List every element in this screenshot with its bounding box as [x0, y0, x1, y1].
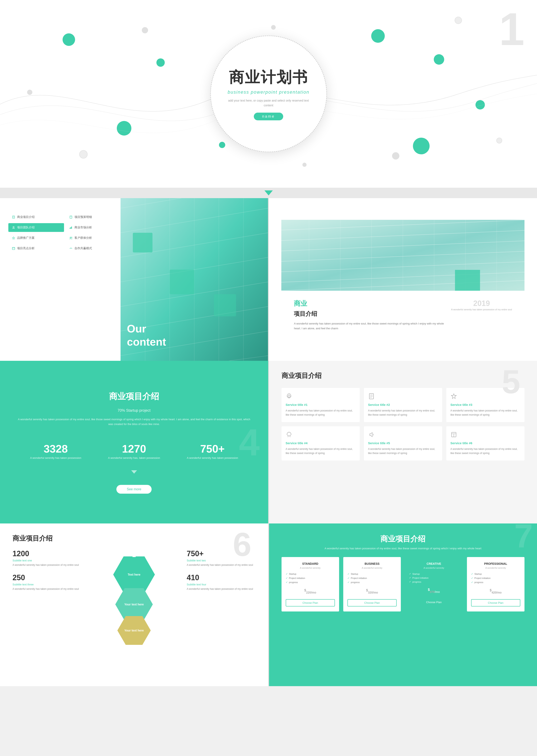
svg-rect-31	[170, 270, 194, 294]
svg-rect-12	[12, 247, 15, 250]
plan-feature-1-2: ✓ Project initiation	[286, 577, 335, 579]
plan-feature-4-1: ✓ Startup	[471, 572, 520, 575]
hex-text-1: Text here	[128, 573, 140, 576]
per-4: /mo	[497, 591, 502, 594]
dot-white-2	[455, 17, 462, 24]
slide3-green-tag: 商业	[294, 299, 445, 308]
stat-item-1: 3328 A wonderful serenity has taken poss…	[30, 443, 81, 460]
stat-left-2: 250 Subtitle text three A wonderful sere…	[13, 573, 81, 591]
plan-price-4: $420/mo	[490, 588, 502, 595]
hex-1: Text here	[113, 556, 155, 593]
stat-left-1: 1200 Subtitle text one A wonderful seren…	[13, 549, 81, 567]
group-icon	[12, 226, 16, 230]
plan-feature-2-2: ✓ Project initiation	[348, 577, 397, 579]
slide3-content: 商业 项目介绍 A wonderful serenity has taken p…	[281, 291, 524, 339]
slide4-stats: 3328 A wonderful serenity has taken poss…	[17, 443, 252, 460]
menu-item-6[interactable]: 客户群体分析	[66, 233, 121, 242]
slide3-body: A wonderful serenity has taken possessio…	[294, 321, 445, 331]
title-chinese: 商业计划书	[229, 67, 308, 87]
price-num-1: 220	[306, 591, 311, 594]
svg-rect-32	[214, 294, 236, 316]
check-icon-4: ✓	[348, 572, 350, 575]
stat-right-num-2: 410	[186, 573, 256, 582]
chart-icon	[69, 226, 73, 230]
slide-6: 商业项目介绍 6 1200 Subtitle text one A wonder…	[0, 524, 268, 686]
row-3: 4 商业项目介绍 70% Startup project A wonderful…	[0, 361, 537, 524]
plan-feature-3-3: ✓ progress	[409, 580, 458, 583]
menu-label-7: 项目亮点分析	[17, 246, 35, 250]
stat-number-3: 750+	[187, 443, 238, 454]
slide5-title: 商业项目介绍	[281, 371, 322, 380]
slide4-subtitle: 70% Startup project	[17, 408, 252, 413]
currency-1: $	[304, 589, 306, 592]
svg-rect-0	[13, 216, 15, 218]
menu-item-8[interactable]: 合作共赢模式	[66, 244, 121, 253]
chevron-down-icon	[131, 470, 137, 474]
menu-item-4[interactable]: 商业市场分析	[66, 223, 121, 232]
title-circle: 商业计划书 business powerpoint presentation a…	[210, 35, 327, 152]
trophy-icon	[130, 549, 138, 558]
doc-icon-1	[12, 215, 16, 219]
slide-7: 7 商业项目介绍 A wonderful serenity has taken …	[269, 524, 537, 686]
service-body-6: A wonderful serenity has taken possessio…	[450, 447, 520, 455]
feature-label-2-3: progress	[351, 581, 360, 583]
menu-item-2[interactable]: 项目预算明细	[66, 213, 121, 222]
megaphone-icon-service	[368, 431, 376, 439]
slide3-year: 2019 A wonderful serenity has taken poss…	[451, 299, 512, 312]
choose-plan-button-3[interactable]: Choose Plan	[409, 599, 458, 606]
doc-icon-2	[69, 215, 73, 219]
service-body-5: A wonderful serenity has taken possessio…	[368, 447, 438, 455]
stat-label-3: A wonderful serenity has taken possessio…	[187, 456, 238, 460]
rocket-icon-service	[286, 431, 293, 439]
menu-label-3: 项目团队介绍	[17, 226, 35, 230]
currency-4: $	[490, 589, 492, 592]
svg-rect-7	[70, 227, 71, 229]
stat-right-body-2: A wonderful serenity has taken possessio…	[186, 587, 256, 591]
slide4-body: A wonderful serenity has taken possessio…	[17, 417, 252, 427]
service-title-5: Service title #5	[368, 441, 438, 445]
pricing-card-2: BUSINESS A wonderful serenity ✓ Startup …	[343, 557, 401, 611]
title-subtitle: add your text here, or copy paste and se…	[219, 98, 318, 107]
choose-plan-button-4[interactable]: Choose Plan	[471, 599, 520, 607]
slide-1: 1 商业计划书 business powerpoint presentation…	[0, 0, 537, 188]
slide7-header: 商业项目介绍 A wonderful serenity has taken po…	[281, 534, 525, 551]
slide7-subtitle: A wonderful serenity has taken possessio…	[281, 546, 525, 551]
svg-rect-6	[70, 228, 70, 229]
service-card-2: Service title #2 A wonderful serenity ha…	[364, 388, 442, 422]
name-badge: name	[254, 113, 283, 120]
choose-plan-button-2[interactable]: Choose Plan	[348, 599, 397, 607]
service-card-4: Service title #4 A wonderful serenity ha…	[281, 426, 360, 460]
slide6-title: 商业项目介绍	[13, 534, 256, 543]
plan-feature-4-3: ✓ progress	[471, 581, 520, 584]
dot-light-1	[27, 90, 32, 95]
slide5-header: 商业项目介绍 5	[281, 371, 524, 382]
service-title-1: Service title #1	[286, 403, 355, 406]
dot-white-1	[79, 150, 88, 158]
see-more-button[interactable]: See more	[116, 485, 152, 494]
check-icon-3: ✓	[286, 581, 288, 584]
svg-rect-30	[133, 233, 152, 252]
stat-left-body-2: A wonderful serenity has taken possessio…	[13, 587, 81, 591]
stat-left-num-1: 1200	[13, 549, 81, 558]
pricing-card-1: STANDARD A wonderful serenity ✓ Startup …	[281, 557, 339, 611]
doc-icon-service	[368, 393, 376, 400]
service-card-5: Service title #5 A wonderful serenity ha…	[364, 426, 442, 460]
dot-green-4	[219, 142, 225, 148]
service-title-4: Service title #4	[286, 441, 355, 445]
dot-green-5	[371, 29, 385, 43]
row-2: 商业项目介绍 项目预算明细 项目团队介绍	[0, 198, 537, 361]
menu-item-5[interactable]: 品牌推广方案	[8, 233, 64, 242]
menu-item-3[interactable]: 项目团队介绍	[8, 223, 64, 232]
dot-light-4	[271, 25, 276, 30]
slide-divider-1	[0, 188, 537, 198]
slide7-title: 商业项目介绍	[281, 534, 525, 544]
choose-plan-button-1[interactable]: Choose Plan	[286, 599, 335, 607]
feature-label-1-3: progress	[289, 581, 298, 583]
menu-item-1[interactable]: 商业项目介绍	[8, 213, 64, 222]
stat-left-sub-2: Subtitle text three	[13, 583, 81, 586]
service-title-2: Service title #2	[368, 403, 438, 406]
slide-number: 1	[499, 6, 524, 52]
menu-item-7[interactable]: 项目亮点分析	[8, 244, 64, 253]
stat-left-sub-1: Subtitle text one	[13, 559, 81, 562]
hex-3: Your text here	[117, 616, 151, 645]
